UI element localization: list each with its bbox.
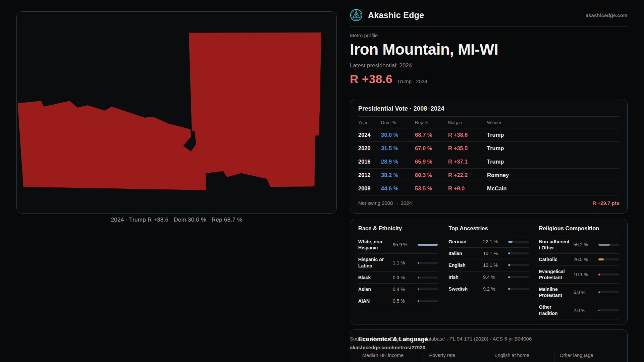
demographic-bar <box>508 264 529 266</box>
demographic-value: 1.1 % <box>391 260 418 265</box>
vote-cell-rep: 65.9 % <box>415 155 448 169</box>
vote-cell-dem: 30.0 % <box>381 128 415 142</box>
demographic-value: 6.0 % <box>572 290 598 295</box>
demographic-value: 2.0 % <box>572 308 598 313</box>
demographic-label: Swedish <box>448 286 481 292</box>
demographics-grid: Race & EthnicityWhite, non-Hispanic95.9 … <box>358 225 619 319</box>
latest-presidential-label: Latest presidential: 2024 <box>350 62 628 69</box>
demographic-bar-fill <box>598 274 600 276</box>
map-caption: 2024 · Trump R +38.6 · Dem 30.0 % · Rep … <box>16 217 337 223</box>
demographic-label: Irish <box>448 274 481 280</box>
vote-column-header: Winner <box>487 117 619 128</box>
page-title: Iron Mountain, MI-WI <box>350 40 628 58</box>
margin-context: Trump · 2024 <box>397 78 427 84</box>
presidential-vote-panel: Presidential Vote · 2008–2024 YearDem %R… <box>350 99 628 214</box>
vote-cell-year: 2024 <box>358 128 381 142</box>
brand-domain-link[interactable]: akashicedge.com <box>586 12 628 18</box>
vote-table-row: 202430.0 %68.7 %R +38.6Trump <box>358 128 619 142</box>
demographics-column: Religious CompositionNon-adherent / Othe… <box>539 225 619 319</box>
vote-table-header-row: YearDem %Rep %MarginWinner <box>358 117 619 128</box>
vote-cell-winner: Trump <box>487 142 619 155</box>
demographic-value: 10.1 % <box>481 262 508 268</box>
vote-column-header: Rep % <box>415 117 448 128</box>
presidential-vote-table: YearDem %Rep %MarginWinner 202430.0 %68.… <box>358 117 619 195</box>
vote-table-row: 200844.6 %53.5 %R +9.0McCain <box>358 182 619 195</box>
profile-column: Akashic Edge akashicedge.com Metro profi… <box>350 0 628 86</box>
demographics-column-title: Religious Composition <box>539 225 619 236</box>
demographic-row: Hispanic or Latino1.1 % <box>358 254 438 272</box>
demographic-bar-fill <box>598 309 599 311</box>
demographic-bar-fill <box>508 276 510 278</box>
vote-cell-dem: 28.9 % <box>381 155 415 169</box>
demographic-label: Non-adherent / Other <box>539 239 572 251</box>
demographic-bar-fill <box>598 258 604 260</box>
demographic-bar <box>508 288 529 290</box>
demographic-row: Other tradition2.0 % <box>539 301 619 319</box>
vote-cell-margin: R +37.1 <box>448 155 487 169</box>
demographic-bar <box>508 252 529 254</box>
vote-cell-dem: 44.6 % <box>381 182 415 195</box>
demographic-label: Hispanic or Latino <box>358 256 391 268</box>
vote-cell-year: 2012 <box>358 169 381 182</box>
demographic-label: Asian <box>358 286 391 292</box>
demographic-label: Mainline Protestant <box>539 286 572 298</box>
demographic-row: Italian10.1 % <box>448 248 529 259</box>
demographic-row: Asian0.4 % <box>358 284 438 295</box>
vote-cell-margin: R +38.6 <box>448 128 487 142</box>
demographic-value: 55.2 % <box>572 242 598 247</box>
vote-cell-year: 2020 <box>358 142 381 155</box>
eyebrow-label: Metro profile <box>350 33 628 38</box>
demographic-bar <box>598 309 619 311</box>
vote-table-row: 201238.2 %60.3 %R +22.2Romney <box>358 169 619 182</box>
demographic-bar-fill <box>418 288 419 290</box>
county-shape-east <box>185 33 321 187</box>
demographic-label: AIAN <box>358 298 391 304</box>
demographic-label: Catholic <box>539 256 572 262</box>
demographic-value: 26.5 % <box>572 257 598 262</box>
metro-permalink[interactable]: akashicedge.com/metros/27020 <box>350 345 532 350</box>
net-swing-value: R +29.7 pts <box>592 200 619 206</box>
economics-stats-grid: Median HH income$46,218Poverty rate11.0 … <box>358 353 619 362</box>
demographic-value: 10.1 % <box>572 272 598 277</box>
economics-stat: English at home97.2 % <box>489 353 554 362</box>
demographic-bar <box>508 241 529 243</box>
demographic-label: English <box>448 262 481 268</box>
stat-label: Median HH income <box>362 353 424 358</box>
stat-label: Poverty rate <box>429 353 489 358</box>
vote-column-header: Year <box>358 117 381 128</box>
metro-map <box>17 12 336 213</box>
demographic-bar-fill <box>418 244 437 246</box>
stat-label: English at home <box>494 353 554 358</box>
demographic-value: 9.4 % <box>481 275 508 280</box>
demographic-label: Black <box>358 275 391 281</box>
demographic-bar <box>418 288 438 290</box>
metro-map-panel <box>16 11 337 214</box>
demographic-bar-fill <box>598 291 600 293</box>
demographic-label: Evangelical Protestant <box>539 268 572 281</box>
demographic-bar-fill <box>508 241 513 243</box>
demographic-bar-fill <box>418 300 419 302</box>
vote-cell-year: 2016 <box>358 155 381 169</box>
demographics-column-title: Race & Ethnicity <box>358 225 438 236</box>
demographic-row: Catholic26.5 % <box>539 254 619 265</box>
demographic-value: 22.1 % <box>481 239 508 244</box>
demographic-bar <box>598 274 619 276</box>
vote-cell-dem: 31.5 % <box>381 142 415 155</box>
demographic-bar-fill <box>508 288 510 290</box>
demographic-row: AIAN0.5 % <box>358 295 438 307</box>
vote-cell-rep: 60.3 % <box>415 169 448 182</box>
vote-cell-margin: R +35.5 <box>448 142 487 155</box>
demographic-bar <box>508 276 529 278</box>
brand-name: Akashic Edge <box>368 10 424 20</box>
demographic-value: 9.2 % <box>481 286 508 292</box>
demographics-column: Race & EthnicityWhite, non-Hispanic95.9 … <box>358 225 438 319</box>
demographic-row: Evangelical Protestant10.1 % <box>539 266 619 284</box>
vote-cell-year: 2008 <box>358 182 381 195</box>
demographic-bar <box>598 244 619 246</box>
demographic-row: German22.1 % <box>448 236 529 248</box>
demographic-label: Other tradition <box>539 304 572 316</box>
demographic-bar <box>418 262 438 264</box>
vote-table-row: 201628.9 %65.9 %R +37.1Trump <box>358 155 619 169</box>
demographic-value: 0.4 % <box>391 287 418 292</box>
vote-cell-margin: R +22.2 <box>448 169 487 182</box>
